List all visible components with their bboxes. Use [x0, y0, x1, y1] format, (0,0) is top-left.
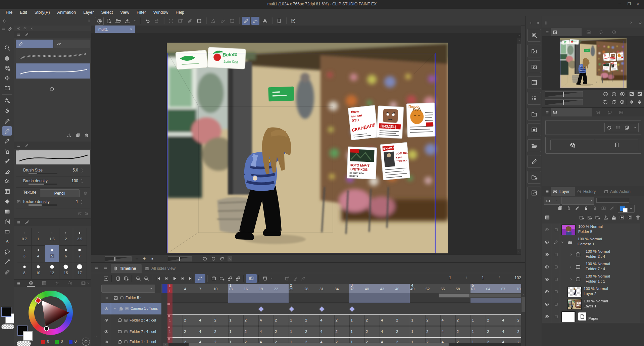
- sub-tool-tab-pastel[interactable]: [54, 40, 90, 48]
- mask-button[interactable]: [618, 214, 626, 221]
- layer-opacity-bar[interactable]: [596, 198, 629, 203]
- brush-size-12[interactable]: 12: [45, 262, 59, 280]
- field-slider[interactable]: [29, 204, 57, 206]
- brush-size-8[interactable]: 8: [17, 262, 32, 280]
- deselect-button[interactable]: [176, 17, 184, 25]
- border-effect-icon[interactable]: [607, 125, 612, 130]
- graph-editor-button[interactable]: [102, 274, 110, 283]
- strip-draft-button[interactable]: [527, 155, 541, 168]
- panel-collapse-icon[interactable]: [15, 26, 21, 30]
- sub-tool-save-button[interactable]: [66, 132, 72, 138]
- layer-visibility-icon[interactable]: [543, 227, 550, 232]
- plus-circle-button[interactable]: [610, 91, 617, 97]
- panel-drag-handle[interactable]: [544, 20, 549, 26]
- layer-lighthouse-button[interactable]: [565, 205, 572, 211]
- brush-size-2[interactable]: 2: [59, 228, 73, 246]
- tool-blend[interactable]: [2, 177, 12, 186]
- item-bank-tab[interactable]: [596, 29, 607, 36]
- flip-horizontal-button[interactable]: [628, 99, 635, 105]
- spinner-control[interactable]: [80, 199, 84, 205]
- timeline-selector[interactable]: [101, 285, 155, 293]
- tool-pen[interactable]: [2, 136, 12, 146]
- layer-row-layer-1[interactable]: 100 % NormalLayer 1: [542, 298, 640, 311]
- open-file-button[interactable]: [114, 17, 122, 25]
- track-expand-icon[interactable]: [113, 306, 117, 311]
- trash-button[interactable]: [634, 214, 642, 221]
- processing-button[interactable]: [167, 17, 175, 25]
- brush-size-15[interactable]: 15: [59, 262, 73, 280]
- field-slider[interactable]: [29, 184, 57, 185]
- tool-frame-border[interactable]: [2, 187, 12, 196]
- panel-menu-icon[interactable]: [545, 30, 549, 34]
- information-tab[interactable]: [608, 29, 620, 36]
- menu-select[interactable]: Select: [97, 9, 116, 16]
- blend-mode-dropdown[interactable]: [561, 197, 594, 205]
- brush-size-10[interactable]: 10: [31, 262, 45, 280]
- layer-color-button[interactable]: [618, 205, 635, 213]
- step-button[interactable]: [636, 99, 643, 105]
- menu-storyp[interactable]: Story(P): [31, 9, 54, 16]
- tablet-mode-button[interactable]: [275, 17, 283, 25]
- tool-zoom[interactable]: [2, 43, 12, 52]
- new-timeline-add-button[interactable]: [122, 274, 130, 283]
- track-label-0[interactable]: Folder 5 :: [101, 293, 161, 303]
- layer-checkbox[interactable]: [553, 264, 559, 269]
- layer-mask-button[interactable]: [600, 205, 607, 211]
- navigator-zoom-slider[interactable]: [545, 91, 583, 97]
- transparent-color-swatch[interactable]: [1, 324, 14, 329]
- zoom-out-button[interactable]: ─: [134, 256, 140, 261]
- timeline-hscrollbar[interactable]: [168, 343, 521, 346]
- layer-row-folder-5[interactable]: 100 % NormalFolder 5: [542, 224, 640, 236]
- chevd-icon[interactable]: [633, 126, 637, 130]
- expand-plusbox-icon[interactable]: [16, 199, 21, 204]
- brush-size-2.5[interactable]: 2.5: [73, 228, 87, 246]
- layer-lock-button[interactable]: [582, 205, 590, 211]
- canvas-viewport[interactable]: [91, 33, 521, 254]
- tool-hand[interactable]: [2, 53, 12, 62]
- history-tab[interactable]: History: [576, 187, 602, 196]
- zoom-in-button[interactable]: [142, 274, 150, 283]
- playhead-ruler[interactable]: 1 1: [167, 284, 172, 293]
- rotation-reset-button[interactable]: [219, 256, 225, 262]
- tool-figure[interactable]: [2, 217, 12, 226]
- new-folder-button[interactable]: [594, 214, 601, 221]
- tool-correction-line[interactable]: [2, 257, 12, 266]
- layer-expand-icon[interactable]: [560, 240, 565, 244]
- balloon-prop-tab[interactable]: [604, 109, 615, 116]
- dropdown-button[interactable]: [269, 274, 274, 283]
- snap-ruler-button[interactable]: [242, 17, 250, 25]
- layer-row-layer-2[interactable]: 100 % NormalLayer 2: [542, 286, 640, 298]
- menu-layer[interactable]: Layer: [80, 9, 97, 16]
- select-rect-button[interactable]: [228, 17, 236, 25]
- new-timeline-button[interactable]: [114, 274, 122, 283]
- cel-track-band[interactable]: 124212421242124212421242: [167, 314, 521, 326]
- panel-menu-icon[interactable]: [545, 110, 549, 114]
- onion-skin-button[interactable]: [246, 274, 257, 283]
- menu-file[interactable]: File: [2, 9, 16, 16]
- transfer-down-button[interactable]: [602, 214, 609, 221]
- layer-tab[interactable]: Layer: [551, 187, 575, 196]
- panel-menu-icon[interactable]: [545, 189, 549, 194]
- panel-menu-icon[interactable]: [16, 32, 21, 37]
- layer-checkbox[interactable]: [553, 227, 559, 232]
- tool-pencil[interactable]: [2, 126, 12, 136]
- brush-size-6[interactable]: 6: [59, 245, 73, 263]
- tool-eyedropper[interactable]: [2, 116, 12, 126]
- panel-prev-icon[interactable]: [528, 21, 533, 25]
- layer-clip-below-button[interactable]: [556, 205, 563, 211]
- erase-cel-button[interactable]: [291, 274, 299, 283]
- layer-visibility-icon[interactable]: [543, 301, 550, 307]
- tool-nav-panel-button[interactable]: [595, 140, 638, 150]
- sub-view-tab[interactable]: [583, 29, 594, 36]
- brush-size-1.5[interactable]: 1.5: [45, 228, 59, 246]
- status-rotation-slider[interactable]: [168, 256, 192, 261]
- brush-size-4[interactable]: 4: [31, 245, 45, 263]
- new-cel-add-button[interactable]: [218, 274, 226, 283]
- track-visibility-icon[interactable]: [103, 295, 109, 301]
- timeline-left-menu-icon[interactable]: [94, 265, 99, 270]
- menu-animation[interactable]: Animation: [54, 9, 80, 16]
- zoom-100-button[interactable]: ■: [150, 256, 155, 261]
- sub-tool-trash-button[interactable]: [83, 132, 90, 138]
- camera-track-band[interactable]: [167, 303, 521, 315]
- rotate-left-button[interactable]: [202, 256, 208, 262]
